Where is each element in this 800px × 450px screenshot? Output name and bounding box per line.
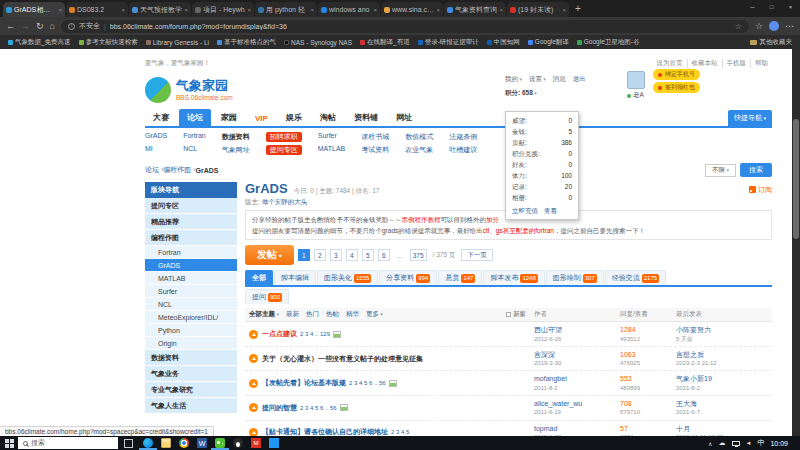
- sidebar-item-programming[interactable]: 编程作图: [145, 230, 237, 246]
- sidebar-item-research[interactable]: 专业气象研究: [145, 382, 237, 398]
- username[interactable]: 老A: [627, 91, 644, 100]
- new-window-toggle[interactable]: 新窗: [506, 310, 526, 319]
- badge-pill[interactable]: 签到领红包: [653, 82, 700, 93]
- taskbar-app-mail[interactable]: M: [247, 436, 265, 450]
- tab-all[interactable]: 全部: [245, 270, 273, 285]
- user-avatar[interactable]: [627, 71, 645, 89]
- subnav-link[interactable]: MATLAB: [318, 145, 346, 155]
- score-dropdown[interactable]: 积分: 658: [505, 89, 586, 98]
- site-logo-text[interactable]: 气象家园 BBS.06climate.com: [176, 79, 233, 100]
- sidebar-item-matlab[interactable]: MATLAB: [145, 272, 237, 285]
- tab-close-icon[interactable]: ×: [184, 7, 188, 13]
- subnav-link[interactable]: 课程书城: [361, 132, 389, 142]
- refresh-icon[interactable]: ↻: [36, 22, 44, 31]
- nav-item-fun[interactable]: 娱乐: [278, 109, 310, 126]
- thread-lastpost-time[interactable]: 2021-6-7: [676, 408, 768, 416]
- subnav-link[interactable]: 招聘求职: [266, 132, 302, 142]
- badge-pill[interactable]: 绑定手机号: [653, 69, 700, 80]
- taskbar-app-explorer[interactable]: [157, 436, 175, 450]
- scrollbar-thumb[interactable]: [793, 119, 799, 239]
- thread-pagination[interactable]: 2 3 4 5 6 .. 56: [300, 405, 337, 411]
- tab-share[interactable]: 分享资料994: [379, 270, 437, 285]
- browser-tab[interactable]: 项目 - Heywh×: [192, 2, 254, 17]
- new-tab-button[interactable]: +: [575, 4, 581, 14]
- tab-close-icon[interactable]: ×: [499, 7, 503, 13]
- menu-icon[interactable]: ⋯: [785, 22, 794, 31]
- subnav-link[interactable]: NCL: [183, 145, 206, 155]
- breadcrumb-item[interactable]: 编程作图: [163, 165, 195, 175]
- thread-title[interactable]: 一点点建议: [262, 329, 297, 339]
- other-bookmarks-folder[interactable]: 其他收藏夹: [750, 38, 793, 47]
- thread-pagination[interactable]: 2 3 4 5 6 .. 56: [349, 380, 386, 386]
- back-icon[interactable]: ←: [6, 22, 15, 31]
- thread-title[interactable]: 关于（无心灌水）一些没有意义帖子的处理意见征集: [262, 354, 423, 364]
- tab-close-icon[interactable]: ×: [58, 7, 62, 13]
- bookmark-item[interactable]: NAS - Synology NAS: [284, 39, 352, 46]
- next-page-button[interactable]: 下一页: [461, 249, 493, 261]
- thread-lastpost-time[interactable]: 2023-2-3 21:12: [676, 359, 768, 367]
- sidebar-item-grads[interactable]: GrADS: [145, 259, 237, 272]
- cloud-icon[interactable]: ☁: [719, 439, 726, 447]
- subnav-link[interactable]: 吐槽建议: [449, 145, 477, 155]
- filter-hot-posts[interactable]: 热帖: [326, 310, 339, 319]
- task-view-icon[interactable]: [124, 439, 133, 448]
- bookmark-item[interactable]: 在线翻译_有道: [360, 38, 410, 47]
- taskbar-app-chrome[interactable]: [175, 436, 193, 450]
- thread-author[interactable]: 言深深: [534, 350, 620, 359]
- search-button[interactable]: 搜索: [740, 163, 772, 177]
- taskbar-app-wechat[interactable]: [211, 436, 229, 450]
- taskbar-search-input[interactable]: 搜索: [18, 437, 118, 449]
- subnav-link[interactable]: Fortran: [183, 132, 206, 142]
- taskbar-app-qq[interactable]: [229, 436, 247, 450]
- nav-item-vip[interactable]: VIP: [247, 111, 276, 126]
- subnav-link[interactable]: 气象网址: [222, 145, 250, 155]
- scrollbar[interactable]: [792, 49, 800, 436]
- browser-tab[interactable]: www.sina.com×: [381, 2, 443, 17]
- page-number[interactable]: 2: [314, 249, 326, 261]
- tab-close-icon[interactable]: ×: [247, 7, 251, 13]
- tab-question[interactable]: 提问900: [245, 289, 289, 304]
- home-icon[interactable]: ⌂: [50, 22, 55, 31]
- sidebar-item-surfer[interactable]: Surfer: [145, 285, 237, 298]
- browser-tab[interactable]: DS083.2×: [66, 2, 128, 17]
- thread-lastpost-user[interactable]: 小陈要努力: [676, 325, 768, 334]
- tab-script-release[interactable]: 脚本发布1248: [483, 270, 544, 285]
- filter-all-threads[interactable]: 全部主题: [249, 310, 279, 319]
- browser-tab[interactable]: windows ano×: [318, 2, 380, 17]
- browser-tab[interactable]: 天气预报教学×: [129, 2, 191, 17]
- bookmark-item[interactable]: Library Genesis - Li: [146, 39, 209, 46]
- new-post-button[interactable]: 发帖: [245, 245, 294, 265]
- page-number[interactable]: 3: [330, 249, 342, 261]
- thread-title[interactable]: 【发帖先看】论坛基本版规: [262, 378, 346, 388]
- page-number[interactable]: 5: [362, 249, 374, 261]
- site-logo-icon[interactable]: [145, 77, 171, 103]
- thread-author[interactable]: mofangbei: [534, 374, 620, 383]
- page-number[interactable]: 6: [378, 249, 390, 261]
- subnav-link[interactable]: 农业气象: [405, 145, 433, 155]
- top-link[interactable]: 设为首页: [653, 59, 687, 68]
- thread-lastpost-user[interactable]: 气象小新19: [676, 374, 768, 383]
- clock[interactable]: 10:09: [770, 440, 788, 447]
- tab-script-edit[interactable]: 脚本编辑: [274, 270, 316, 285]
- minimize-icon[interactable]: ─: [743, 0, 762, 14]
- address-bar[interactable]: ! 不安全 | bbs.06climate.com/forum.php?mod=…: [61, 20, 749, 33]
- taskbar-app-edge[interactable]: [139, 436, 157, 450]
- thread-lastpost-time[interactable]: 2021-8-2: [676, 384, 768, 392]
- messages-link[interactable]: 消息: [553, 75, 566, 84]
- url-text[interactable]: bbs.06climate.com/forum.php?mod=forumdis…: [110, 23, 287, 30]
- sidebar-item-python[interactable]: Python: [145, 324, 237, 337]
- thread-pagination[interactable]: 2 3 4 .. 129: [300, 331, 330, 337]
- thread-title[interactable]: 【贴卡通知】请各位确认自己的详细地址: [262, 427, 388, 436]
- thread-lastpost-user[interactable]: 十月: [676, 424, 768, 433]
- bookmark-item[interactable]: 基于标准格点的气: [217, 38, 276, 47]
- close-icon[interactable]: ×: [781, 0, 800, 14]
- nav-item-dasai[interactable]: 大赛: [145, 109, 177, 126]
- favorites-icon[interactable]: ☆: [755, 22, 763, 31]
- nav-item-links[interactable]: 网址: [388, 109, 420, 126]
- subnav-link[interactable]: 法规条例: [449, 132, 477, 142]
- sidebar-item-ncl[interactable]: NCL: [145, 298, 237, 311]
- top-link[interactable]: 手机版: [722, 59, 751, 68]
- sidebar-item-operations[interactable]: 气象业务: [145, 366, 237, 382]
- page-number[interactable]: 375: [410, 249, 427, 261]
- subnav-link[interactable]: MI: [145, 145, 167, 155]
